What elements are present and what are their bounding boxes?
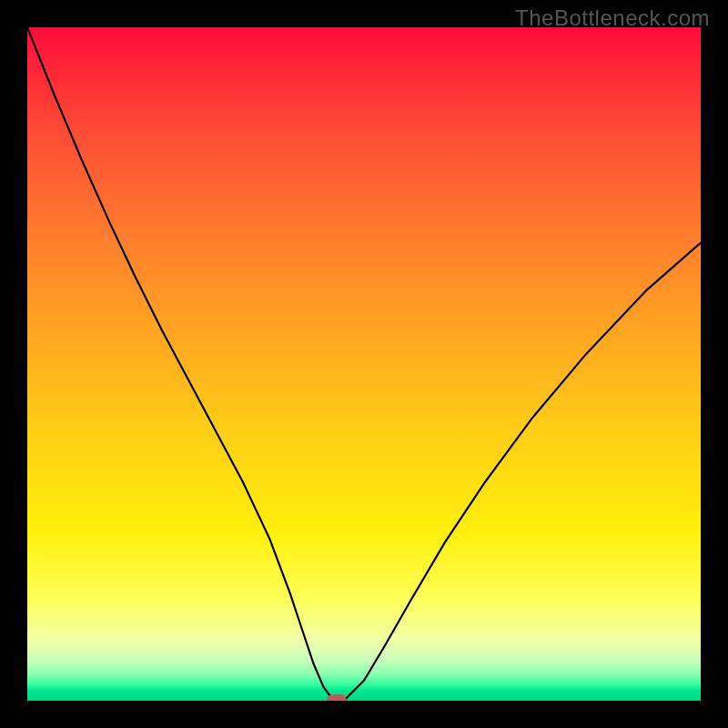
chart-marker — [327, 694, 347, 701]
chart-plot-area — [27, 27, 701, 701]
chart-curve — [27, 27, 701, 701]
watermark-text: TheBottleneck.com — [515, 5, 710, 31]
